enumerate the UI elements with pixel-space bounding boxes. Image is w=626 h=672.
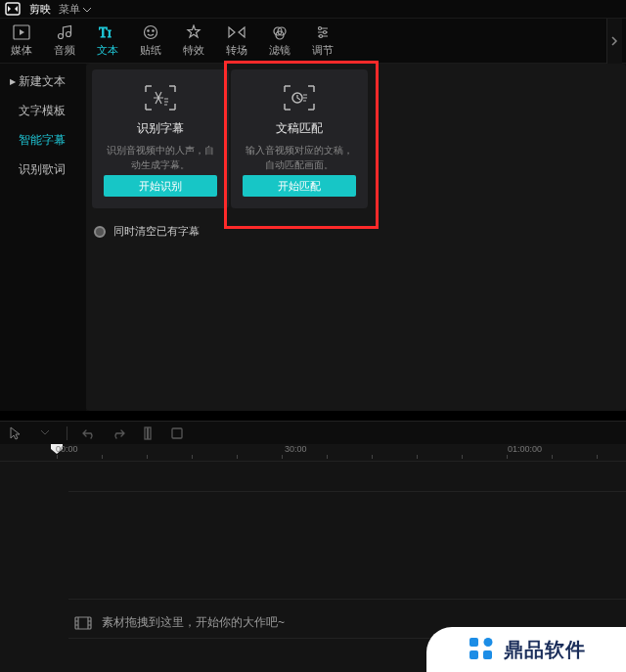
card-script-match: 文稿匹配 输入音视频对应的文稿，自动匹配画面。 开始匹配 bbox=[231, 69, 368, 208]
app-logo-icon bbox=[4, 2, 22, 16]
menu-dropdown[interactable]: 菜单 bbox=[59, 2, 91, 17]
empty-timeline-hint: 素材拖拽到这里，开始你的大作吧~ bbox=[74, 614, 285, 631]
effect-icon bbox=[186, 23, 201, 41]
svg-rect-20 bbox=[470, 638, 478, 647]
svg-rect-18 bbox=[172, 428, 182, 438]
drop-hint-text: 素材拖拽到这里，开始你的大作吧~ bbox=[102, 614, 285, 631]
card-description: 输入音视频对应的文稿，自动匹配画面。 bbox=[243, 143, 356, 172]
transition-icon bbox=[228, 23, 246, 41]
svg-rect-22 bbox=[470, 650, 478, 659]
tab-text[interactable]: TI 文本 bbox=[90, 23, 125, 58]
svg-point-14 bbox=[320, 35, 323, 38]
ruler-label: 30:00 bbox=[282, 444, 307, 462]
chevron-down-icon bbox=[83, 3, 91, 15]
pointer-tool[interactable] bbox=[8, 426, 23, 441]
clear-subtitles-option[interactable]: 同时清空已有字幕 bbox=[92, 224, 620, 239]
radio-icon bbox=[94, 226, 106, 238]
svg-point-21 bbox=[484, 638, 493, 647]
sidebar-item-text-template[interactable]: 文字模板 bbox=[0, 96, 86, 125]
undo-button[interactable] bbox=[81, 426, 97, 441]
watermark: 鼎品软件 bbox=[426, 627, 626, 672]
svg-rect-23 bbox=[483, 650, 492, 659]
sidebar-item-recognize-lyrics[interactable]: 识别歌词 bbox=[0, 155, 86, 184]
ruler-label: 01:00:00 bbox=[505, 444, 542, 462]
main-panel: ▶ 新建文本 文字模板 智能字幕 识别歌词 bbox=[0, 63, 626, 411]
timeline-toolbar bbox=[0, 421, 626, 444]
text-sidebar: ▶ 新建文本 文字模板 智能字幕 识别歌词 bbox=[0, 64, 86, 411]
tabs-overflow[interactable] bbox=[606, 19, 622, 64]
delete-button[interactable] bbox=[169, 426, 185, 441]
tab-transition[interactable]: 转场 bbox=[219, 23, 254, 58]
svg-text:I: I bbox=[108, 27, 112, 39]
tab-filter[interactable]: 滤镜 bbox=[262, 23, 297, 58]
sidebar-item-smart-subtitle[interactable]: 智能字幕 bbox=[0, 125, 86, 155]
text-icon: TI bbox=[99, 23, 116, 41]
svg-rect-16 bbox=[145, 427, 148, 439]
tab-media[interactable]: 媒体 bbox=[4, 23, 39, 58]
svg-point-3 bbox=[67, 32, 71, 37]
svg-text:T: T bbox=[99, 25, 108, 40]
card-recognize-subtitle: 识别字幕 识别音视频中的人声，自动生成字幕。 开始识别 bbox=[92, 69, 229, 208]
svg-point-7 bbox=[148, 30, 149, 31]
pointer-dropdown-icon[interactable] bbox=[37, 426, 53, 441]
adjust-icon bbox=[315, 23, 331, 41]
subtitle-recognition-icon bbox=[144, 83, 177, 112]
tab-audio[interactable]: 音频 bbox=[47, 23, 82, 58]
redo-button[interactable] bbox=[111, 426, 126, 441]
watermark-logo-icon bbox=[467, 635, 496, 664]
watermark-text: 鼎品软件 bbox=[504, 637, 586, 663]
svg-point-13 bbox=[324, 31, 327, 34]
tab-adjust[interactable]: 调节 bbox=[305, 23, 340, 58]
svg-point-8 bbox=[153, 30, 154, 31]
app-title: 剪映 bbox=[29, 2, 51, 17]
start-recognize-button[interactable]: 开始识别 bbox=[104, 175, 217, 197]
filter-icon bbox=[272, 23, 288, 41]
svg-rect-17 bbox=[149, 427, 152, 439]
ruler-label: 00:00 bbox=[53, 444, 78, 462]
start-match-button[interactable]: 开始匹配 bbox=[243, 175, 356, 197]
menu-label: 菜单 bbox=[59, 2, 80, 17]
clear-subtitles-label: 同时清空已有字幕 bbox=[113, 224, 200, 239]
film-icon bbox=[74, 616, 92, 630]
split-button[interactable] bbox=[140, 426, 156, 441]
sidebar-item-new-text[interactable]: ▶ 新建文本 bbox=[0, 67, 86, 96]
content-area: 识别字幕 识别音视频中的人声，自动生成字幕。 开始识别 文稿匹配 输入音视频对应… bbox=[86, 64, 626, 411]
svg-point-2 bbox=[59, 34, 64, 39]
svg-point-6 bbox=[145, 26, 157, 39]
card-title: 识别字幕 bbox=[137, 120, 184, 137]
script-match-icon bbox=[283, 83, 316, 112]
tab-effect[interactable]: 特效 bbox=[176, 23, 211, 58]
sticker-icon bbox=[143, 23, 158, 41]
tool-tabs-bar: 媒体 音频 TI 文本 贴纸 特效 转场 滤镜 调节 bbox=[0, 18, 626, 63]
caret-right-icon: ▶ bbox=[10, 77, 16, 86]
card-title: 文稿匹配 bbox=[276, 120, 323, 137]
audio-icon bbox=[57, 23, 72, 41]
tab-sticker[interactable]: 贴纸 bbox=[133, 23, 168, 58]
card-description: 识别音视频中的人声，自动生成字幕。 bbox=[104, 143, 217, 172]
svg-point-12 bbox=[319, 27, 322, 30]
timeline-ruler[interactable]: 00:00 30:00 01:00:00 bbox=[0, 444, 626, 462]
media-icon bbox=[13, 23, 30, 41]
